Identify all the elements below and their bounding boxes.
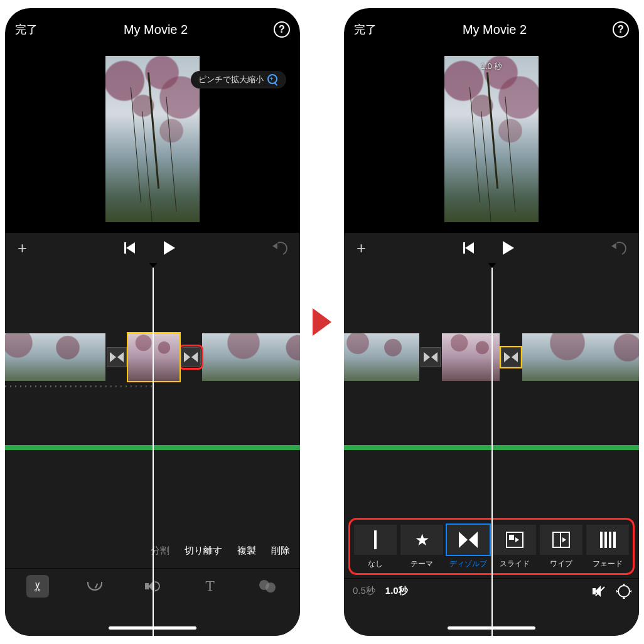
scissors-icon: ✂ — [30, 581, 45, 591]
skip-to-start-button[interactable] — [124, 242, 136, 254]
slide-icon — [506, 532, 523, 548]
arrow-icon — [313, 308, 331, 336]
tooltip-label: ピンチで拡大縮小 — [198, 74, 264, 85]
mute-icon — [595, 586, 605, 596]
magnifier-plus-icon: + — [267, 74, 279, 85]
delete-action[interactable]: 削除 — [271, 545, 290, 557]
clip-3[interactable] — [202, 333, 300, 381]
timeline[interactable]: 分割 切り離す 複製 削除 ✂ T — [5, 263, 300, 636]
transition-1[interactable] — [421, 347, 441, 367]
speed-tool[interactable] — [83, 575, 106, 598]
speedometer-icon — [87, 582, 102, 591]
preview-area[interactable]: 1.0 秒 — [344, 45, 639, 233]
transition-option-none[interactable]: なし — [354, 525, 397, 569]
transition-option-fade[interactable]: フェード — [586, 525, 629, 569]
play-button[interactable] — [164, 241, 175, 255]
done-button[interactable]: 完了 — [354, 22, 377, 37]
transition-1[interactable] — [107, 347, 127, 367]
transition-label: ディゾルブ — [449, 559, 487, 569]
duration-option-1-0s[interactable]: 1.0秒 — [385, 585, 408, 597]
timeline-ruler — [5, 385, 153, 387]
dissolve-icon — [424, 350, 437, 364]
dissolve-icon — [459, 532, 478, 548]
phone-screen-left: 完了 My Movie 2 ? ピンチで拡大縮小 + + 分割 切 — [5, 8, 300, 636]
undo-button[interactable] — [272, 240, 287, 255]
preview-area[interactable]: ピンチで拡大縮小 + — [5, 45, 300, 233]
detach-action[interactable]: 切り離す — [185, 545, 222, 557]
play-button[interactable] — [503, 241, 514, 255]
transition-option-theme[interactable]: ★ テーマ — [400, 525, 443, 569]
duration-options: 0.5秒 1.0秒 — [353, 585, 408, 597]
mute-button[interactable] — [593, 586, 606, 597]
preview-frame: 1.0 秒 — [444, 56, 539, 222]
transition-duration-overlay: 1.0 秒 — [481, 61, 503, 72]
phone-screen-right: 完了 My Movie 2 ? 1.0 秒 + — [344, 8, 639, 636]
pinch-zoom-tooltip: ピンチで拡大縮小 + — [191, 71, 286, 89]
playhead[interactable] — [491, 263, 493, 636]
filters-icon — [259, 580, 276, 593]
transition-label: なし — [368, 559, 383, 569]
transition-option-slide[interactable]: スライド — [493, 525, 536, 569]
transition-label: ワイプ — [550, 559, 572, 569]
fade-icon — [600, 532, 616, 548]
header: 完了 My Movie 2 ? — [5, 8, 300, 45]
help-button[interactable]: ? — [274, 21, 290, 38]
timeline[interactable]: なし ★ テーマ ディゾルブ スライド ワイプ — [344, 263, 639, 636]
duplicate-action[interactable]: 複製 — [237, 545, 256, 557]
transition-label: テーマ — [411, 559, 433, 569]
dissolve-icon — [184, 350, 198, 364]
none-icon — [374, 530, 377, 549]
transition-option-dissolve[interactable]: ディゾルブ — [447, 525, 490, 569]
transition-2-highlighted[interactable] — [181, 347, 201, 367]
wipe-icon — [552, 532, 570, 548]
titles-tool[interactable]: T — [199, 575, 222, 598]
add-media-button[interactable]: + — [18, 239, 27, 258]
transport-bar: + — [5, 233, 300, 263]
playhead[interactable] — [153, 263, 154, 636]
star-icon: ★ — [415, 530, 429, 550]
text-icon: T — [205, 577, 215, 594]
preview-frame — [105, 56, 200, 222]
clip-3[interactable] — [522, 333, 639, 381]
transport-bar: + — [344, 233, 639, 263]
help-button[interactable]: ? — [613, 21, 629, 38]
project-title: My Movie 2 — [463, 23, 527, 37]
clip-1[interactable] — [5, 333, 105, 381]
clip-1[interactable] — [344, 333, 419, 381]
cut-tool[interactable]: ✂ — [26, 575, 49, 598]
dissolve-icon — [504, 350, 518, 364]
clip-2-selected[interactable] — [128, 333, 180, 381]
undo-button[interactable] — [611, 240, 626, 255]
done-button[interactable]: 完了 — [15, 22, 38, 37]
transition-option-wipe[interactable]: ワイプ — [540, 525, 582, 569]
transition-label: スライド — [500, 559, 530, 569]
project-title: My Movie 2 — [124, 23, 188, 37]
skip-to-start-button[interactable] — [463, 242, 475, 254]
transition-2-selected[interactable] — [501, 347, 521, 367]
filters-tool[interactable] — [256, 575, 279, 598]
header: 完了 My Movie 2 ? — [344, 8, 639, 45]
dissolve-icon — [110, 350, 124, 364]
settings-button[interactable] — [618, 585, 630, 598]
add-media-button[interactable]: + — [357, 239, 366, 258]
transition-label: フェード — [593, 559, 623, 569]
duration-option-0-5s[interactable]: 0.5秒 — [353, 585, 375, 597]
